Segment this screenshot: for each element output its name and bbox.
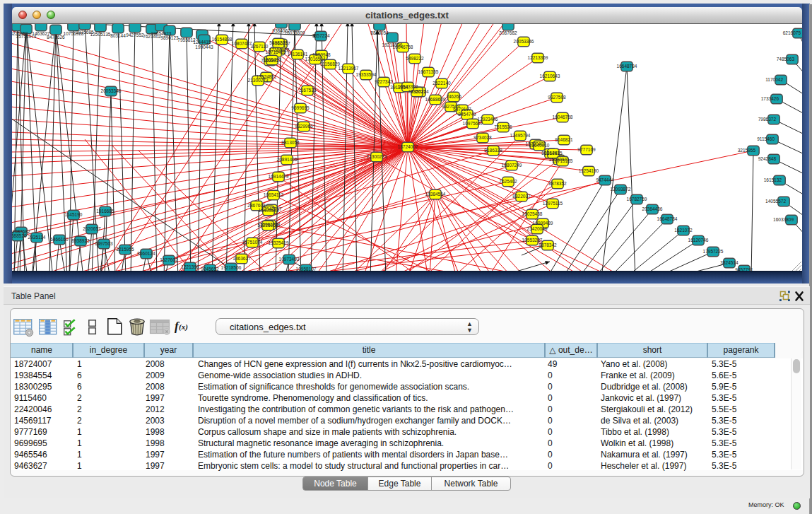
svg-text:1621072: 1621072 (674, 228, 693, 233)
svg-text:1916685: 1916685 (96, 209, 114, 214)
svg-text:803144: 803144 (110, 33, 126, 38)
svg-text:3267110: 3267110 (251, 44, 269, 49)
svg-text:23420046: 23420046 (527, 226, 548, 231)
svg-text:14136141: 14136141 (288, 52, 308, 57)
svg-text:1167533: 1167533 (299, 88, 317, 93)
svg-text:1362615: 1362615 (544, 151, 563, 156)
svg-text:7485063: 7485063 (777, 57, 795, 62)
svg-text:8454749: 8454749 (458, 112, 476, 117)
svg-text:8813054: 8813054 (281, 140, 300, 145)
svg-text:16210643: 16210643 (540, 74, 560, 78)
svg-text:1615132: 1615132 (764, 177, 782, 182)
svg-text:7986372: 7986372 (758, 117, 777, 122)
svg-text:10654112: 10654112 (264, 192, 284, 197)
svg-text:9242848: 9242848 (758, 156, 777, 161)
svg-text:16914479: 16914479 (269, 174, 289, 179)
svg-text:20891406: 20891406 (277, 157, 298, 162)
svg-text:16648784: 16648784 (617, 64, 637, 69)
svg-text:21300273: 21300273 (248, 78, 269, 83)
svg-text:16099489: 16099489 (533, 221, 553, 226)
svg-text:1145190: 1145190 (65, 212, 83, 217)
svg-text:9699695: 9699695 (291, 105, 310, 110)
svg-text:7632621: 7632621 (408, 89, 426, 94)
svg-text:20364436: 20364436 (642, 206, 663, 211)
svg-text:12505135: 12505135 (90, 32, 111, 37)
svg-text:17016504: 17016504 (305, 57, 326, 62)
svg-text:(x): (x) (179, 322, 188, 332)
svg-text:10025438: 10025438 (522, 211, 543, 216)
svg-text:6466160: 6466160 (50, 237, 69, 242)
svg-text:10807487: 10807487 (232, 41, 252, 46)
svg-text:7515526: 7515526 (494, 124, 512, 129)
svg-text:6479197: 6479197 (453, 107, 471, 112)
svg-text:19218506: 19218506 (221, 265, 242, 270)
svg-text:2087682: 2087682 (499, 30, 517, 35)
svg-text:8186328: 8186328 (484, 148, 502, 153)
svg-text:2020657: 2020657 (83, 226, 101, 231)
svg-text:18640910: 18640910 (529, 143, 550, 148)
svg-text:8660124: 8660124 (137, 251, 155, 256)
svg-text:8322037: 8322037 (512, 194, 531, 199)
svg-text:7357224: 7357224 (312, 33, 330, 38)
svg-text:9329966: 9329966 (295, 124, 313, 129)
svg-text:16033809: 16033809 (773, 217, 794, 222)
svg-text:1733426: 1733426 (761, 96, 779, 101)
svg-text:9474444: 9474444 (596, 177, 614, 182)
svg-text:5498222: 5498222 (406, 56, 424, 61)
svg-text:8878342: 8878342 (539, 243, 557, 247)
svg-text:10688609: 10688609 (425, 97, 446, 102)
svg-text:9245652: 9245652 (201, 267, 219, 271)
svg-text:12213369: 12213369 (528, 55, 548, 60)
svg-text:12093872: 12093872 (611, 187, 631, 192)
svg-text:9115460: 9115460 (757, 136, 775, 141)
svg-text:2935114: 2935114 (28, 235, 46, 240)
svg-text:8878352: 8878352 (548, 181, 567, 186)
svg-text:9890123: 9890123 (160, 35, 179, 40)
svg-text:16154838: 16154838 (212, 37, 233, 42)
svg-text:7625402: 7625402 (499, 179, 517, 184)
svg-text:1965493: 1965493 (263, 57, 281, 62)
svg-text:16409543: 16409543 (259, 208, 279, 213)
svg-text:16120746: 16120746 (688, 238, 709, 243)
svg-text:2867608: 2867608 (247, 203, 266, 208)
svg-text:18724007: 18724007 (398, 144, 418, 149)
svg-text:8471626: 8471626 (47, 35, 65, 40)
svg-text:53226058: 53226058 (258, 223, 278, 228)
svg-text:9327508: 9327508 (548, 95, 566, 100)
svg-text:1463627: 1463627 (233, 256, 251, 261)
svg-text:9384067: 9384067 (272, 28, 290, 33)
svg-text:15716485: 15716485 (266, 49, 286, 54)
svg-text:3824514: 3824514 (720, 260, 739, 265)
svg-text:10543362: 10543362 (398, 84, 418, 89)
svg-text:6497503: 6497503 (95, 241, 113, 246)
svg-text:19353594: 19353594 (356, 72, 377, 77)
svg-text:1170042: 1170042 (765, 77, 783, 82)
svg-text:10973493: 10973493 (279, 257, 300, 262)
svg-text:10719185: 10719185 (553, 158, 573, 163)
svg-text:6216075: 6216075 (783, 30, 801, 35)
svg-text:12923446: 12923446 (478, 117, 498, 122)
svg-text:21300273: 21300273 (367, 154, 387, 159)
svg-text:18807249: 18807249 (502, 163, 522, 168)
svg-text:20053346: 20053346 (514, 39, 534, 44)
svg-text:746266: 746266 (446, 94, 461, 99)
svg-text:16782759: 16782759 (627, 197, 647, 201)
svg-text:8938923: 8938923 (71, 238, 90, 243)
svg-text:17957225: 17957225 (703, 249, 724, 254)
svg-text:8813054: 8813054 (370, 30, 389, 35)
svg-text:9227342: 9227342 (375, 79, 393, 84)
svg-text:11254190: 11254190 (579, 168, 599, 173)
svg-text:16046758: 16046758 (553, 115, 573, 119)
svg-text:1244415: 1244415 (193, 40, 211, 45)
svg-text:10046758: 10046758 (393, 45, 413, 49)
svg-text:5498222: 5498222 (269, 40, 288, 45)
svg-text:9146821: 9146821 (555, 137, 573, 142)
svg-text:16671355: 16671355 (418, 69, 439, 74)
svg-text:1990443: 1990443 (195, 45, 213, 49)
svg-text:12213967: 12213967 (339, 66, 359, 71)
svg-text:16648784: 16648784 (657, 216, 678, 221)
svg-text:13495794: 13495794 (510, 133, 531, 138)
svg-text:10975667: 10975667 (463, 121, 483, 126)
svg-text:15751074: 15751074 (242, 240, 263, 245)
svg-text:19384554: 19384554 (425, 192, 446, 197)
